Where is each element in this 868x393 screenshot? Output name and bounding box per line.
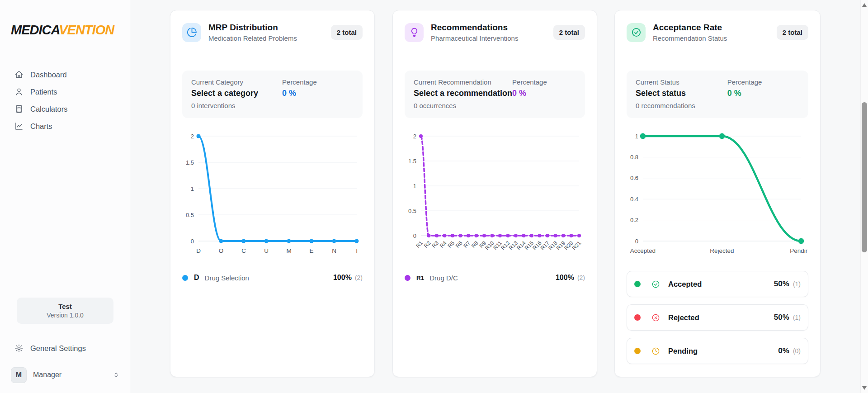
stats-panel: Current Category Select a category 0 int… — [182, 71, 363, 118]
svg-text:Rejected: Rejected — [710, 247, 734, 254]
logo-part-2: VENTION — [59, 23, 114, 37]
svg-text:Pending: Pending — [790, 247, 807, 254]
stats-percentage-value: 0 % — [512, 89, 547, 98]
stats-label: Current Category — [191, 78, 282, 86]
mrp-line-chart[interactable]: 00.511.52DOCUMENT — [182, 130, 363, 260]
legend-item[interactable]: R1Drug D/C100%(2) — [405, 274, 585, 282]
svg-text:1: 1 — [413, 183, 416, 189]
scrollbar-down-icon[interactable] — [862, 386, 867, 390]
status-percent: 0% — [778, 346, 789, 355]
svg-text:0.5: 0.5 — [186, 212, 194, 218]
mrp-distribution-card: MRP Distribution Medication Related Prob… — [170, 10, 375, 377]
svg-text:R21: R21 — [571, 240, 583, 251]
legend-dot — [405, 275, 410, 281]
lightbulb-icon — [405, 23, 424, 42]
sidebar-item-label: Calculators — [30, 105, 68, 114]
status-label: Pending — [668, 347, 698, 355]
sidebar-item-dashboard[interactable]: Dashboard — [0, 66, 130, 83]
sidebar-item-label: Patients — [30, 88, 57, 96]
check-circle-icon — [651, 280, 660, 289]
sidebar-item-calculators[interactable]: Calculators — [0, 100, 130, 118]
status-count: (1) — [793, 280, 801, 288]
card-title: MRP Distribution — [208, 23, 297, 33]
svg-text:0.2: 0.2 — [630, 217, 638, 223]
sidebar-item-patients[interactable]: Patients — [0, 83, 130, 100]
gear-icon — [14, 344, 24, 353]
general-settings-button[interactable]: General Settings — [0, 340, 130, 357]
chart-legend: R1Drug D/C100%(2) — [393, 274, 597, 282]
scrollbar[interactable] — [860, 0, 868, 393]
legend-key: R1 — [416, 275, 424, 281]
stats-panel: Current Recommendation Select a recommen… — [405, 71, 585, 118]
version-number: Version 1.0.0 — [47, 312, 84, 319]
scrollbar-up-icon[interactable] — [862, 3, 867, 7]
status-list: Accepted50%(1)Rejected50%(1)Pending0%(0) — [627, 271, 808, 364]
scrollbar-thumb[interactable] — [862, 102, 867, 252]
svg-text:D: D — [196, 247, 201, 254]
card-subtitle: Recommendation Status — [653, 34, 727, 42]
svg-text:M: M — [286, 247, 291, 254]
svg-text:N: N — [332, 247, 336, 254]
total-badge: 2 total — [331, 25, 363, 40]
svg-text:U: U — [264, 247, 269, 254]
svg-text:E: E — [309, 247, 313, 254]
check-circle-icon — [627, 23, 646, 42]
version-box: Test Version 1.0.0 — [17, 298, 113, 324]
svg-text:2: 2 — [413, 133, 416, 140]
stats-percentage-value: 0 % — [727, 89, 762, 98]
status-dot — [634, 314, 641, 321]
user-menu[interactable]: M Manager — [11, 366, 120, 384]
status-count: (0) — [793, 347, 801, 355]
stats-value: Select a category — [191, 89, 282, 98]
stats-percentage-label: Percentage — [282, 78, 317, 86]
user-name: Manager — [33, 371, 61, 379]
sidebar-item-label: Dashboard — [30, 71, 67, 79]
legend-percent: 100% — [556, 274, 574, 282]
svg-text:0.4: 0.4 — [630, 196, 638, 203]
stats-panel: Current Status Select status 0 recommend… — [627, 71, 808, 118]
status-label: Rejected — [668, 313, 699, 322]
svg-text:0.8: 0.8 — [630, 154, 638, 161]
logo-part-1: MEDICA — [11, 23, 59, 37]
card-header: Recommendations Pharmaceutical Intervent… — [393, 10, 597, 54]
svg-text:0.6: 0.6 — [630, 175, 638, 181]
legend-percent: 100% — [333, 274, 352, 282]
stats-sub: 0 recommendations — [636, 102, 727, 109]
avatar: M — [11, 367, 27, 383]
x-circle-icon — [651, 313, 660, 322]
legend-label: Drug D/C — [429, 274, 458, 282]
clock-icon — [651, 347, 660, 355]
chart-legend: DDrug Selection100%(2) — [170, 274, 374, 282]
stats-percentage-label: Percentage — [512, 78, 547, 86]
stats-label: Current Recommendation — [414, 78, 512, 86]
stats-percentage-label: Percentage — [727, 78, 762, 86]
svg-text:1: 1 — [191, 185, 194, 192]
legend-key: D — [194, 274, 199, 282]
card-subtitle: Pharmaceutical Interventions — [431, 34, 518, 42]
status-row-pending[interactable]: Pending0%(0) — [627, 338, 808, 364]
stats-sub: 0 occurrences — [414, 102, 512, 109]
svg-text:2: 2 — [191, 133, 194, 140]
status-label: Accepted — [668, 280, 702, 289]
legend-item[interactable]: DDrug Selection100%(2) — [182, 274, 363, 282]
stats-value: Select status — [636, 89, 727, 98]
sidebar-item-charts[interactable]: Charts — [0, 118, 130, 135]
status-percent: 50% — [774, 313, 789, 322]
legend-count: (2) — [355, 274, 363, 281]
home-icon — [14, 70, 24, 79]
status-dot — [634, 348, 641, 354]
acceptance-line-chart[interactable]: 00.20.40.60.81AcceptedRejectedPending — [627, 130, 808, 260]
card-header: Acceptance Rate Recommendation Status 2 … — [615, 10, 820, 54]
total-badge: 2 total — [777, 25, 808, 40]
app-logo: MEDICAVENTION — [11, 23, 114, 38]
legend-label: Drug Selection — [205, 274, 249, 282]
status-row-accepted[interactable]: Accepted50%(1) — [627, 271, 808, 297]
recommendations-line-chart[interactable]: 00.511.52R1R2R3R4R5R6R7R8R9R10R11R12R13R… — [405, 130, 585, 260]
svg-text:0.5: 0.5 — [408, 208, 416, 214]
svg-text:O: O — [219, 247, 224, 254]
calculator-icon — [14, 104, 24, 114]
svg-text:0: 0 — [635, 238, 638, 245]
recommendations-card: Recommendations Pharmaceutical Intervent… — [392, 10, 597, 377]
status-row-rejected[interactable]: Rejected50%(1) — [627, 304, 808, 331]
stats-value: Select a recommendation — [414, 89, 512, 98]
